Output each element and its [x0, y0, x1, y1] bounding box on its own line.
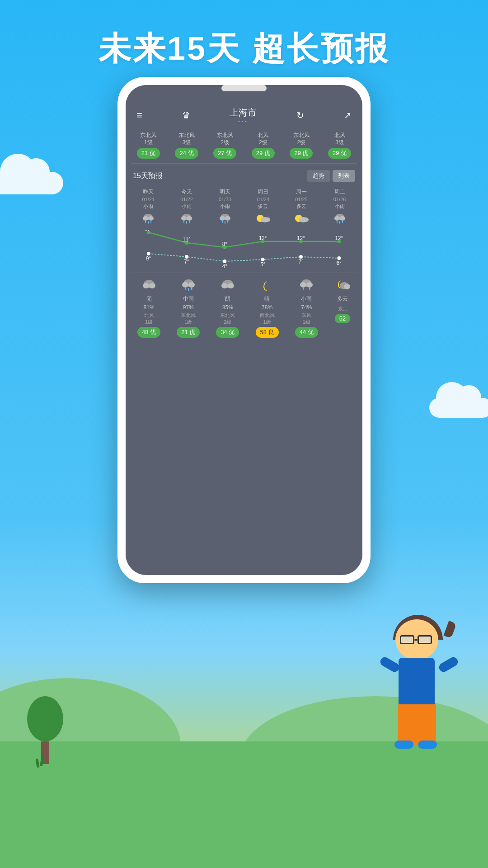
svg-text:11°: 11°: [183, 236, 191, 243]
aqi-badge-0: 21 优: [137, 148, 160, 159]
svg-point-2: [148, 216, 154, 221]
weather-icon-1: [179, 212, 194, 228]
svg-rect-17: [227, 220, 228, 223]
svg-point-67: [300, 282, 306, 288]
bottom-icon-4: [298, 278, 314, 294]
forecast-header: 15天预报 趋势 列表: [126, 165, 362, 186]
tree-decoration: [27, 696, 63, 764]
aqi-item-0: 东北风1级 21 优: [137, 132, 160, 159]
bottom-icon-2: [220, 278, 236, 294]
svg-rect-15: [222, 220, 223, 223]
svg-point-46: [299, 255, 303, 259]
svg-rect-9: [183, 220, 184, 223]
svg-point-20: [265, 217, 270, 222]
svg-point-8: [187, 216, 192, 221]
svg-point-56: [149, 283, 155, 288]
bottom-col-1: 中雨 97% 东北风1级 21 优: [177, 278, 200, 338]
svg-rect-61: [188, 288, 189, 291]
character-decoration: [366, 615, 465, 778]
bottom-icon-5: [334, 278, 351, 294]
svg-point-7: [181, 216, 187, 221]
phone-notch: [221, 85, 267, 91]
svg-rect-11: [189, 220, 190, 223]
day-col-2: 明天 01/23 小雨: [218, 188, 232, 230]
svg-point-43: [185, 255, 188, 259]
svg-rect-28: [339, 221, 340, 224]
divider-1: [131, 163, 357, 164]
aqi-item-2: 东北风2级 27 优: [213, 132, 236, 159]
bottom-icon-0: [141, 278, 157, 294]
bottom-weather-row: 阴 81% 北风1级 48 优: [126, 275, 362, 338]
bottom-icon-1: [180, 278, 197, 294]
svg-text:4°: 4°: [222, 263, 227, 269]
app-header: ≡ ♛ 上海市 ••• ↻ ↗: [126, 85, 362, 129]
share-icon[interactable]: ↗: [344, 110, 352, 121]
day-col-3: 周日 01/24 多云: [256, 188, 270, 230]
svg-text:5°: 5°: [260, 261, 265, 268]
bottom-badge-1: 21 优: [177, 327, 200, 338]
city-dots: •••: [230, 119, 257, 124]
city-name: 上海市: [230, 107, 257, 119]
svg-rect-16: [225, 221, 225, 224]
svg-point-55: [143, 283, 149, 288]
weather-icon-4: [294, 212, 309, 228]
bottom-col-2: 阴 85% 东北风2级 34 优: [216, 278, 239, 338]
svg-rect-4: [148, 221, 149, 224]
svg-rect-3: [145, 220, 146, 223]
svg-text:12°: 12°: [297, 235, 305, 241]
bottom-col-0: 阴 81% 北风1级 48 优: [137, 278, 160, 338]
svg-text:12°: 12°: [335, 235, 343, 241]
forecast-title: 15天预报: [133, 171, 163, 181]
svg-rect-5: [150, 220, 151, 223]
phone-frame: ≡ ♛ 上海市 ••• ↻ ↗ 东北风1级 21 优 东北风3级 24 优: [117, 77, 371, 583]
svg-point-59: [188, 282, 195, 288]
refresh-icon[interactable]: ↻: [296, 110, 304, 121]
svg-rect-62: [191, 287, 192, 290]
bottom-col-3: 晴 78% 西北风1级 58 良: [256, 278, 279, 338]
svg-point-68: [306, 282, 313, 288]
menu-icon[interactable]: ≡: [136, 109, 142, 121]
aqi-item-5: 北风3级 29 优: [328, 132, 351, 159]
bottom-badge-5: 52: [335, 314, 350, 323]
svg-point-42: [147, 252, 150, 255]
svg-point-47: [337, 256, 341, 260]
day-col-4: 周一 01/25 多云: [294, 188, 309, 230]
bottom-badge-0: 48 优: [137, 327, 160, 338]
tab-list[interactable]: 列表: [333, 170, 355, 182]
svg-rect-70: [309, 287, 310, 290]
svg-rect-60: [185, 287, 186, 290]
cloud-left: [0, 172, 63, 194]
day-col-1: 今天 01/22 小雨: [179, 188, 194, 230]
svg-rect-69: [303, 287, 304, 290]
days-row: 昨天 01/21 小雨: [126, 186, 362, 230]
bottom-icon-3: [259, 278, 275, 294]
aqi-item-4: 东北风2级 29 优: [290, 132, 313, 159]
svg-text:7°: 7°: [184, 259, 189, 265]
day-col-0: 昨天 01/21 小雨: [141, 188, 155, 230]
svg-text:9°: 9°: [146, 255, 151, 262]
bottom-badge-2: 34 优: [216, 327, 239, 338]
svg-text:7°: 7°: [298, 259, 303, 265]
svg-point-72: [344, 284, 350, 289]
aqi-badge-5: 29 优: [328, 148, 351, 159]
weather-icon-5: [333, 212, 347, 228]
crown-icon[interactable]: ♛: [182, 110, 190, 121]
weather-icon-2: [218, 212, 232, 228]
weather-icon-3: [256, 212, 270, 228]
svg-rect-29: [342, 220, 343, 223]
day-col-5: 周二 01/26 小雨: [333, 188, 347, 230]
bottom-col-5: 多云 东... 52: [334, 278, 351, 338]
bottom-badge-3: 58 良: [256, 327, 279, 338]
svg-point-13: [220, 216, 225, 221]
svg-text:6°: 6°: [337, 260, 342, 266]
svg-point-64: [221, 283, 228, 288]
svg-point-23: [303, 217, 309, 222]
tab-trend[interactable]: 趋势: [307, 170, 330, 182]
svg-point-45: [261, 258, 265, 261]
forecast-tabs: 趋势 列表: [307, 170, 355, 182]
phone-mockup: ≡ ♛ 上海市 ••• ↻ ↗ 东北风1级 21 优 东北风3级 24 优: [117, 77, 371, 583]
weather-icon-0: [141, 212, 155, 228]
aqi-top-row: 东北风1级 21 优 东北风3级 24 优 东北风2级 27 优 北风2级 29…: [126, 129, 362, 161]
svg-text:17°: 17°: [145, 230, 153, 232]
bottom-col-4: 小雨 74% 东风1级 44 优: [295, 278, 318, 338]
